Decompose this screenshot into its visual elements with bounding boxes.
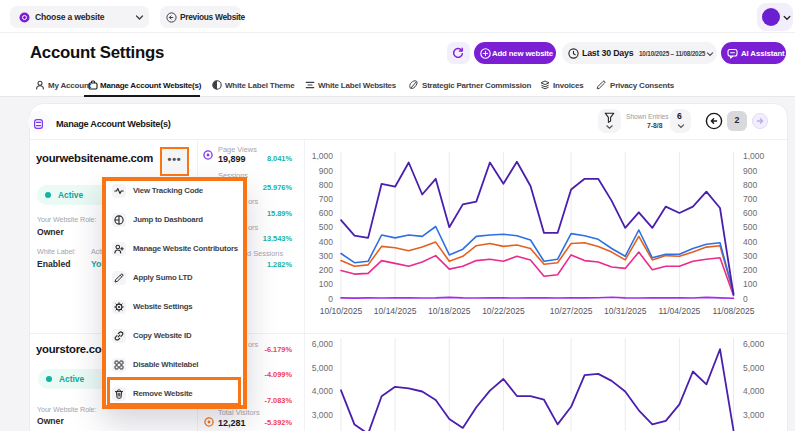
svg-text:300: 300 — [743, 251, 757, 261]
svg-text:900: 900 — [319, 166, 333, 176]
svg-text:6,000: 6,000 — [312, 339, 334, 349]
svg-text:600: 600 — [743, 208, 757, 218]
svg-text:1,000: 1,000 — [743, 151, 765, 161]
svg-text:10/31/2025: 10/31/2025 — [604, 306, 647, 316]
svg-text:0: 0 — [743, 294, 748, 304]
svg-text:500: 500 — [319, 222, 333, 232]
svg-text:700: 700 — [743, 194, 757, 204]
svg-text:3,000: 3,000 — [743, 410, 765, 420]
svg-text:3,000: 3,000 — [312, 410, 334, 420]
svg-text:10/10/2025: 10/10/2025 — [320, 306, 363, 316]
svg-text:400: 400 — [319, 237, 333, 247]
svg-text:100: 100 — [319, 279, 333, 289]
svg-text:500: 500 — [743, 222, 757, 232]
svg-text:300: 300 — [319, 251, 333, 261]
svg-text:4,000: 4,000 — [312, 386, 334, 396]
svg-text:400: 400 — [743, 237, 757, 247]
svg-text:11/08/2025: 11/08/2025 — [713, 306, 755, 316]
svg-text:600: 600 — [319, 208, 333, 218]
svg-text:1,000: 1,000 — [312, 151, 334, 161]
svg-text:10/18/2025: 10/18/2025 — [428, 306, 471, 316]
svg-text:700: 700 — [319, 194, 333, 204]
svg-text:4,000: 4,000 — [743, 386, 765, 396]
svg-text:900: 900 — [743, 166, 757, 176]
svg-text:0: 0 — [328, 294, 333, 304]
svg-text:800: 800 — [319, 180, 333, 190]
svg-text:200: 200 — [743, 265, 757, 275]
svg-text:5,000: 5,000 — [312, 363, 334, 373]
svg-text:5,000: 5,000 — [743, 363, 765, 373]
svg-text:800: 800 — [743, 180, 757, 190]
svg-text:10/27/2025: 10/27/2025 — [550, 306, 593, 316]
svg-text:100: 100 — [743, 279, 757, 289]
svg-text:6,000: 6,000 — [743, 339, 765, 349]
svg-text:10/14/2025: 10/14/2025 — [374, 306, 417, 316]
svg-text:200: 200 — [319, 265, 333, 275]
svg-text:11/04/2025: 11/04/2025 — [658, 306, 700, 316]
svg-text:10/22/2025: 10/22/2025 — [482, 306, 525, 316]
